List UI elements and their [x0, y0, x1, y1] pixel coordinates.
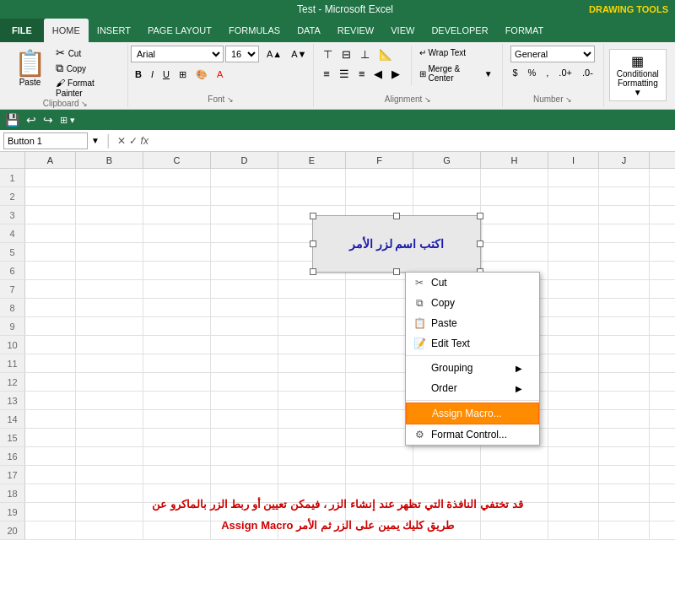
cell-r17c2[interactable] — [76, 466, 143, 484]
cell-r16c9[interactable] — [548, 447, 599, 465]
cell-r2c4[interactable] — [211, 187, 278, 205]
cell-r2c7[interactable] — [413, 187, 481, 205]
font-color-button[interactable]: A — [213, 66, 227, 83]
cell-r1c10[interactable] — [599, 169, 650, 186]
cell-r8c9[interactable] — [548, 299, 599, 316]
cell-r8c10[interactable] — [599, 299, 650, 316]
cell-r17c8[interactable] — [481, 466, 548, 484]
cell-r17c1[interactable] — [25, 466, 76, 484]
save-icon[interactable]: 💾 — [3, 111, 21, 128]
cell-r16c4[interactable] — [211, 447, 278, 465]
cell-r1c9[interactable] — [548, 169, 599, 186]
cell-r4c2[interactable] — [76, 224, 143, 242]
col-header-b[interactable]: B — [76, 152, 143, 168]
cell-r7c4[interactable] — [211, 280, 278, 298]
cell-r10c9[interactable] — [548, 336, 599, 354]
undo-icon[interactable]: ↩ — [24, 111, 38, 128]
center-align-button[interactable]: ☰ — [335, 65, 354, 83]
cell-r10c10[interactable] — [599, 336, 650, 354]
cell-r14c10[interactable] — [599, 410, 650, 428]
cell-r17c9[interactable] — [548, 466, 599, 484]
ctx-copy[interactable]: ⧉ Copy — [406, 293, 539, 313]
cell-r9c5[interactable] — [278, 317, 346, 335]
italic-button[interactable]: I — [147, 66, 158, 83]
cell-r17c3[interactable] — [143, 466, 211, 484]
cell-r7c1[interactable] — [25, 280, 76, 298]
tab-formulas[interactable]: FORMULAS — [220, 19, 289, 42]
cell-r1c1[interactable] — [25, 169, 76, 186]
conditional-formatting-button[interactable]: ▦ Conditional Formatting ▼ — [609, 49, 667, 101]
dropdown-icon[interactable]: ▼ — [91, 136, 100, 145]
cell-r14c9[interactable] — [548, 410, 599, 428]
cell-r7c9[interactable] — [548, 280, 599, 298]
col-header-d[interactable]: D — [211, 152, 278, 168]
cell-r11c2[interactable] — [76, 354, 143, 372]
cell-r1c6[interactable] — [346, 169, 413, 186]
cell-r3c3[interactable] — [143, 206, 211, 224]
ctx-cut[interactable]: ✂ Cut — [406, 273, 539, 293]
cell-r16c7[interactable] — [413, 447, 481, 465]
col-header-h[interactable]: H — [481, 152, 548, 168]
cell-r6c1[interactable] — [25, 262, 76, 279]
cell-r15c3[interactable] — [143, 429, 211, 446]
col-header-c[interactable]: C — [143, 152, 211, 168]
cell-r13c2[interactable] — [76, 392, 143, 409]
cell-r8c4[interactable] — [211, 299, 278, 316]
cell-r15c1[interactable] — [25, 429, 76, 446]
col-header-f[interactable]: F — [346, 152, 413, 168]
cell-r14c3[interactable] — [143, 410, 211, 428]
cell-r2c10[interactable] — [599, 187, 650, 205]
cell-r5c4[interactable] — [211, 243, 278, 261]
resize-handle-tr[interactable] — [477, 213, 483, 219]
cell-r11c3[interactable] — [143, 354, 211, 372]
cell-r14c2[interactable] — [76, 410, 143, 428]
tab-page-layout[interactable]: PAGE LAYOUT — [139, 19, 220, 42]
cell-r7c5[interactable] — [278, 280, 346, 298]
redo-icon[interactable]: ↪ — [41, 111, 55, 128]
cell-r12c1[interactable] — [25, 373, 76, 391]
right-align-button[interactable]: ≡ — [354, 65, 370, 83]
cell-r8c3[interactable] — [143, 299, 211, 316]
cell-r11c10[interactable] — [599, 354, 650, 372]
middle-align-button[interactable]: ⊟ — [338, 46, 355, 63]
cell-r5c9[interactable] — [548, 243, 599, 261]
cell-r5c1[interactable] — [25, 243, 76, 261]
cell-r7c2[interactable] — [76, 280, 143, 298]
cell-r6c2[interactable] — [76, 262, 143, 279]
cell-r12c4[interactable] — [211, 373, 278, 391]
bold-button[interactable]: B — [131, 66, 146, 83]
cell-r8c6[interactable] — [346, 299, 413, 316]
bottom-align-button[interactable]: ⊥ — [356, 46, 374, 63]
tab-review[interactable]: REVIEW — [329, 19, 382, 42]
cell-r3c9[interactable] — [548, 206, 599, 224]
cell-r9c4[interactable] — [211, 317, 278, 335]
copy-button[interactable]: ⧉ Copy — [53, 61, 122, 76]
cell-r9c10[interactable] — [599, 317, 650, 335]
increase-font-button[interactable]: A▲ — [262, 46, 286, 62]
name-box[interactable] — [3, 132, 88, 149]
number-format-select[interactable]: General — [510, 46, 595, 62]
orientation-button[interactable]: 📐 — [375, 46, 397, 63]
cell-r13c10[interactable] — [599, 392, 650, 409]
cell-r17c5[interactable] — [278, 466, 346, 484]
cell-r8c5[interactable] — [278, 299, 346, 316]
font-size-select[interactable]: 16 — [225, 46, 259, 62]
cell-r8c2[interactable] — [76, 299, 143, 316]
cell-r4c10[interactable] — [599, 224, 650, 242]
cell-r1c3[interactable] — [143, 169, 211, 186]
resize-handle-bm[interactable] — [393, 268, 400, 275]
cell-r9c2[interactable] — [76, 317, 143, 335]
cell-r11c9[interactable] — [548, 354, 599, 372]
cell-r10c1[interactable] — [25, 336, 76, 354]
cell-r12c2[interactable] — [76, 373, 143, 391]
font-family-select[interactable]: Arial — [131, 46, 224, 62]
fill-color-button[interactable]: 🎨 — [192, 66, 212, 83]
cell-r2c8[interactable] — [481, 187, 548, 205]
paste-button[interactable]: 📋 Paste — [8, 46, 51, 89]
cell-r17c10[interactable] — [599, 466, 650, 484]
tab-developer[interactable]: DEVELOPER — [423, 19, 496, 42]
decrease-font-button[interactable]: A▼ — [287, 46, 310, 62]
cell-r14c1[interactable] — [25, 410, 76, 428]
cell-r13c1[interactable] — [25, 392, 76, 409]
cut-button[interactable]: ✂ Cut — [53, 46, 122, 60]
